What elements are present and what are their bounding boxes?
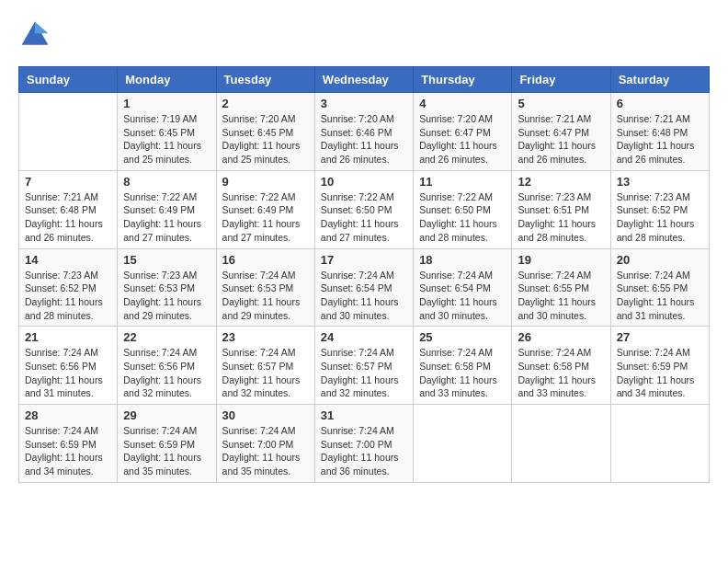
calendar-day-cell: 23Sunrise: 7:24 AM Sunset: 6:57 PM Dayli… (216, 327, 314, 405)
day-info: Sunrise: 7:24 AM Sunset: 6:56 PM Dayligh… (25, 346, 111, 400)
page-header (18, 18, 710, 52)
day-info: Sunrise: 7:23 AM Sunset: 6:51 PM Dayligh… (518, 190, 604, 245)
day-number: 24 (321, 330, 407, 344)
calendar-header-cell: Saturday (610, 67, 709, 93)
day-info: Sunrise: 7:24 AM Sunset: 6:55 PM Dayligh… (617, 269, 703, 323)
day-number: 21 (25, 330, 111, 344)
day-number: 20 (617, 253, 703, 267)
calendar-day-cell (610, 405, 709, 483)
day-number: 27 (617, 330, 703, 344)
day-number: 22 (123, 330, 210, 344)
calendar-day-cell: 4Sunrise: 7:20 AM Sunset: 6:47 PM Daylig… (414, 93, 512, 171)
calendar-day-cell: 28Sunrise: 7:24 AM Sunset: 6:59 PM Dayli… (19, 405, 118, 483)
calendar-day-cell: 1Sunrise: 7:19 AM Sunset: 6:45 PM Daylig… (118, 93, 216, 171)
calendar-day-cell: 12Sunrise: 7:23 AM Sunset: 6:51 PM Dayli… (512, 170, 610, 248)
calendar-day-cell: 7Sunrise: 7:21 AM Sunset: 6:48 PM Daylig… (19, 170, 118, 248)
day-info: Sunrise: 7:20 AM Sunset: 6:46 PM Dayligh… (321, 112, 407, 167)
calendar-day-cell: 25Sunrise: 7:24 AM Sunset: 6:58 PM Dayli… (414, 327, 512, 405)
day-info: Sunrise: 7:24 AM Sunset: 6:58 PM Dayligh… (419, 346, 506, 400)
day-info: Sunrise: 7:21 AM Sunset: 6:48 PM Dayligh… (617, 112, 703, 167)
day-info: Sunrise: 7:23 AM Sunset: 6:53 PM Dayligh… (123, 269, 210, 323)
calendar-day-cell: 15Sunrise: 7:23 AM Sunset: 6:53 PM Dayli… (118, 248, 216, 327)
day-info: Sunrise: 7:22 AM Sunset: 6:50 PM Dayligh… (321, 190, 407, 245)
day-info: Sunrise: 7:24 AM Sunset: 6:56 PM Dayligh… (123, 346, 210, 400)
day-info: Sunrise: 7:24 AM Sunset: 6:54 PM Dayligh… (419, 269, 506, 323)
day-number: 7 (25, 175, 111, 189)
calendar-day-cell: 26Sunrise: 7:24 AM Sunset: 6:58 PM Dayli… (512, 327, 610, 405)
day-info: Sunrise: 7:24 AM Sunset: 6:53 PM Dayligh… (222, 269, 309, 323)
calendar-header-cell: Friday (512, 67, 610, 93)
calendar-day-cell: 19Sunrise: 7:24 AM Sunset: 6:55 PM Dayli… (512, 248, 610, 327)
calendar-header-cell: Sunday (19, 67, 118, 93)
day-info: Sunrise: 7:22 AM Sunset: 6:49 PM Dayligh… (123, 190, 210, 245)
calendar-day-cell: 17Sunrise: 7:24 AM Sunset: 6:54 PM Dayli… (314, 248, 413, 327)
day-info: Sunrise: 7:24 AM Sunset: 6:59 PM Dayligh… (123, 424, 210, 478)
calendar-week-row: 21Sunrise: 7:24 AM Sunset: 6:56 PM Dayli… (19, 327, 710, 405)
day-info: Sunrise: 7:24 AM Sunset: 6:59 PM Dayligh… (617, 346, 703, 400)
calendar-day-cell: 16Sunrise: 7:24 AM Sunset: 6:53 PM Dayli… (216, 248, 314, 327)
calendar-day-cell: 9Sunrise: 7:22 AM Sunset: 6:49 PM Daylig… (216, 170, 314, 248)
calendar-day-cell: 24Sunrise: 7:24 AM Sunset: 6:57 PM Dayli… (314, 327, 413, 405)
day-info: Sunrise: 7:23 AM Sunset: 6:52 PM Dayligh… (25, 269, 111, 323)
calendar-day-cell: 3Sunrise: 7:20 AM Sunset: 6:46 PM Daylig… (314, 93, 413, 171)
calendar-header-row: SundayMondayTuesdayWednesdayThursdayFrid… (19, 67, 710, 93)
day-info: Sunrise: 7:24 AM Sunset: 7:00 PM Dayligh… (222, 424, 309, 478)
day-number: 23 (222, 330, 309, 344)
day-info: Sunrise: 7:21 AM Sunset: 6:47 PM Dayligh… (518, 112, 604, 167)
day-number: 16 (222, 253, 309, 267)
calendar-day-cell: 21Sunrise: 7:24 AM Sunset: 6:56 PM Dayli… (19, 327, 118, 405)
calendar-week-row: 28Sunrise: 7:24 AM Sunset: 6:59 PM Dayli… (19, 405, 710, 483)
calendar-week-row: 7Sunrise: 7:21 AM Sunset: 6:48 PM Daylig… (19, 170, 710, 248)
day-info: Sunrise: 7:21 AM Sunset: 6:48 PM Dayligh… (25, 190, 111, 245)
logo (18, 18, 55, 52)
day-info: Sunrise: 7:24 AM Sunset: 6:58 PM Dayligh… (518, 346, 604, 400)
day-number: 14 (25, 253, 111, 267)
day-number: 26 (518, 330, 604, 344)
day-info: Sunrise: 7:20 AM Sunset: 6:45 PM Dayligh… (222, 112, 309, 167)
day-info: Sunrise: 7:22 AM Sunset: 6:50 PM Dayligh… (419, 190, 506, 245)
calendar-day-cell: 18Sunrise: 7:24 AM Sunset: 6:54 PM Dayli… (414, 248, 512, 327)
calendar-body: 1Sunrise: 7:19 AM Sunset: 6:45 PM Daylig… (19, 93, 710, 483)
day-info: Sunrise: 7:19 AM Sunset: 6:45 PM Dayligh… (123, 112, 210, 167)
calendar-day-cell: 30Sunrise: 7:24 AM Sunset: 7:00 PM Dayli… (216, 405, 314, 483)
day-number: 19 (518, 253, 604, 267)
calendar-header-cell: Monday (118, 67, 216, 93)
calendar-day-cell: 8Sunrise: 7:22 AM Sunset: 6:49 PM Daylig… (118, 170, 216, 248)
day-number: 9 (222, 175, 309, 189)
day-number: 15 (123, 253, 210, 267)
day-info: Sunrise: 7:23 AM Sunset: 6:52 PM Dayligh… (617, 190, 703, 245)
calendar-week-row: 14Sunrise: 7:23 AM Sunset: 6:52 PM Dayli… (19, 248, 710, 327)
calendar-day-cell: 29Sunrise: 7:24 AM Sunset: 6:59 PM Dayli… (118, 405, 216, 483)
day-number: 8 (123, 175, 210, 189)
calendar-day-cell: 6Sunrise: 7:21 AM Sunset: 6:48 PM Daylig… (610, 93, 709, 171)
day-number: 29 (123, 408, 210, 422)
day-number: 3 (321, 97, 407, 110)
day-info: Sunrise: 7:24 AM Sunset: 6:59 PM Dayligh… (25, 424, 111, 478)
calendar-day-cell: 5Sunrise: 7:21 AM Sunset: 6:47 PM Daylig… (512, 93, 610, 171)
day-number: 18 (419, 253, 506, 267)
calendar-header-cell: Tuesday (216, 67, 314, 93)
calendar-day-cell: 20Sunrise: 7:24 AM Sunset: 6:55 PM Dayli… (610, 248, 709, 327)
day-number: 13 (617, 175, 703, 189)
calendar-day-cell: 10Sunrise: 7:22 AM Sunset: 6:50 PM Dayli… (314, 170, 413, 248)
day-number: 28 (25, 408, 111, 422)
day-number: 2 (222, 97, 309, 110)
day-info: Sunrise: 7:20 AM Sunset: 6:47 PM Dayligh… (419, 112, 506, 167)
calendar-day-cell: 14Sunrise: 7:23 AM Sunset: 6:52 PM Dayli… (19, 248, 118, 327)
calendar-day-cell: 2Sunrise: 7:20 AM Sunset: 6:45 PM Daylig… (216, 93, 314, 171)
day-number: 6 (617, 97, 703, 110)
day-number: 12 (518, 175, 604, 189)
calendar-day-cell: 13Sunrise: 7:23 AM Sunset: 6:52 PM Dayli… (610, 170, 709, 248)
day-number: 31 (321, 408, 407, 422)
day-info: Sunrise: 7:22 AM Sunset: 6:49 PM Dayligh… (222, 190, 309, 245)
calendar-header-cell: Wednesday (314, 67, 413, 93)
day-info: Sunrise: 7:24 AM Sunset: 6:57 PM Dayligh… (321, 346, 407, 400)
day-info: Sunrise: 7:24 AM Sunset: 6:55 PM Dayligh… (518, 269, 604, 323)
day-info: Sunrise: 7:24 AM Sunset: 6:57 PM Dayligh… (222, 346, 309, 400)
calendar-day-cell: 11Sunrise: 7:22 AM Sunset: 6:50 PM Dayli… (414, 170, 512, 248)
day-number: 30 (222, 408, 309, 422)
day-number: 1 (123, 97, 210, 110)
calendar-day-cell (414, 405, 512, 483)
logo-icon (18, 18, 51, 52)
day-number: 4 (419, 97, 506, 110)
